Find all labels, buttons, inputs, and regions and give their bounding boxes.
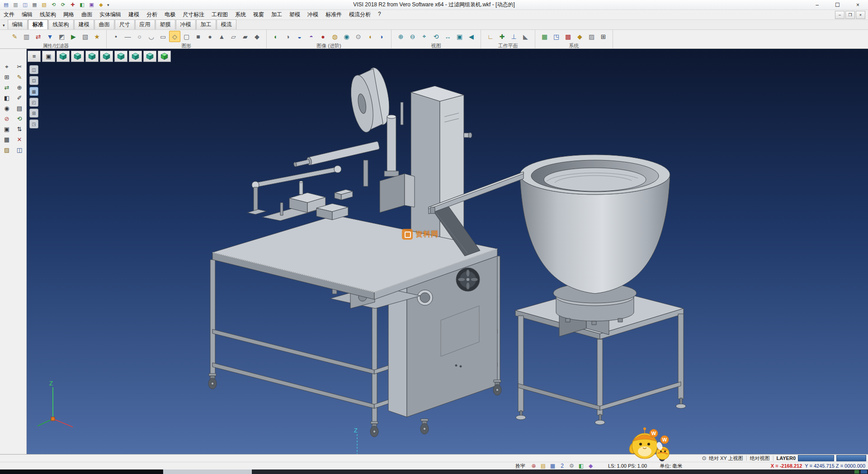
sphere-icon[interactable]: ● — [204, 31, 216, 42]
hatch-icon[interactable]: ▩ — [562, 31, 574, 42]
grid-icon[interactable]: ▣ — [87, 1, 96, 9]
workplane-cube-icon[interactable]: ◧ — [576, 463, 586, 469]
shade-icon[interactable]: ◧ — [78, 1, 86, 9]
hidden-line-icon[interactable]: ◒ — [294, 31, 305, 42]
child-restore-button[interactable]: ❐ — [845, 11, 855, 19]
view-window-icon[interactable]: ▣ — [42, 51, 55, 62]
box-icon[interactable]: ■ — [193, 31, 204, 42]
edit-attributes-icon[interactable]: ✎ — [9, 31, 20, 42]
draft-icon[interactable]: ✐ — [14, 94, 25, 102]
wireframe-view-icon[interactable]: ◑ — [282, 31, 293, 42]
menu-item-9[interactable]: 尺寸标注 — [179, 10, 208, 19]
wcs-toggle-icon[interactable]: ⊞ — [29, 109, 38, 118]
menu-item-7[interactable]: 分析 — [143, 10, 161, 19]
magnifier-icon[interactable]: ⊙ — [699, 455, 709, 462]
capture-icon[interactable]: ◉ — [1, 104, 12, 113]
sketch-icon[interactable]: ✎ — [14, 73, 25, 81]
tab-0[interactable]: 编辑 — [8, 19, 28, 29]
highlight-filter-icon[interactable]: ★ — [91, 31, 103, 42]
cone-icon[interactable]: ▲ — [216, 31, 227, 42]
absolute-view-label[interactable]: 绝对视图 — [750, 455, 770, 462]
render-mode-icon[interactable]: ◆ — [586, 463, 595, 469]
menu-item-14[interactable]: 塑模 — [286, 10, 304, 19]
undo-icon[interactable]: ⟲ — [49, 1, 58, 9]
open-layer-icon[interactable]: ▤ — [538, 463, 548, 469]
solid-view-icon[interactable]: ◧ — [1, 94, 12, 102]
save-view-icon[interactable]: ◫ — [14, 146, 25, 154]
transparent-view-icon[interactable]: ◓ — [306, 31, 317, 42]
hide-icon[interactable]: ⊘ — [1, 114, 12, 123]
snap-settings-icon[interactable]: ◆ — [574, 31, 585, 42]
menu-item-8[interactable]: 电极 — [161, 10, 179, 19]
texture-library-icon[interactable]: ▨ — [586, 31, 597, 42]
filter-icon[interactable]: ▼ — [44, 31, 56, 42]
workplane-3point-icon[interactable]: ◣ — [520, 31, 531, 42]
texture-icon[interactable]: ◍ — [329, 31, 340, 42]
menu-item-18[interactable]: ? — [374, 10, 385, 19]
fit-view-icon[interactable]: ▣ — [454, 31, 465, 42]
tab-9[interactable]: 加工 — [196, 19, 216, 29]
view-mode-label[interactable]: 绝对 XY 上视图 — [709, 455, 743, 462]
tab-8[interactable]: 冲模 — [176, 19, 196, 29]
snap-mode-icon[interactable]: ⊡ — [29, 76, 38, 85]
view-bottom-icon[interactable] — [143, 51, 156, 62]
zoom-out-icon[interactable]: ⊖ — [407, 31, 418, 42]
view-list-icon[interactable]: ≡ — [28, 51, 41, 62]
line-icon[interactable]: — — [122, 31, 133, 42]
viewport-3d[interactable]: ≡▣ ◫⊡▦◰⊞◳ 资料网 Z Z — [27, 49, 868, 454]
grid-icon[interactable]: ▦ — [548, 463, 557, 469]
menu-item-12[interactable]: 视窗 — [250, 10, 268, 19]
zoom-image-icon[interactable]: ⊙ — [353, 31, 364, 42]
tab-6[interactable]: 应用 — [135, 19, 155, 29]
menu-item-4[interactable]: 曲面 — [78, 10, 96, 19]
sheet-icon[interactable]: ▤ — [14, 104, 25, 113]
swap-icon[interactable]: ⇅ — [14, 125, 25, 133]
cylinder-icon[interactable]: ▢ — [181, 31, 192, 42]
menu-item-1[interactable]: 编辑 — [18, 10, 36, 19]
machine-3d-model[interactable] — [27, 49, 868, 454]
pan-view-icon[interactable]: ↔ — [442, 31, 453, 42]
background-icon[interactable]: ◗ — [376, 31, 387, 42]
view-front-icon[interactable] — [85, 51, 99, 62]
active-layer-label[interactable]: LAYER0 — [777, 455, 796, 461]
plane-icon[interactable]: ▣ — [1, 125, 12, 133]
tab-2[interactable]: 线架构 — [48, 19, 74, 29]
previous-view-icon[interactable]: ◀ — [466, 31, 477, 42]
delete-icon[interactable]: ✕ — [14, 135, 25, 144]
save-all-icon[interactable]: ▦ — [30, 1, 39, 9]
move-icon[interactable]: ⇄ — [1, 83, 12, 92]
osnap-toggle-icon[interactable]: ◳ — [29, 119, 38, 128]
add-element-icon[interactable]: ⊕ — [14, 83, 25, 92]
quickaccess-caret-icon[interactable]: ▾ — [105, 3, 111, 7]
copy-attributes-icon[interactable]: ▥ — [21, 31, 32, 42]
taskbar-light-segment[interactable] — [163, 469, 252, 474]
display-settings-icon[interactable]: ◳ — [551, 31, 562, 42]
workplane-xy-icon[interactable]: ∟ — [485, 31, 496, 42]
menu-item-16[interactable]: 标准件 — [322, 10, 345, 19]
color-table-icon[interactable]: ▦ — [539, 31, 550, 42]
snap-settings-icon[interactable]: ⊕ — [529, 463, 538, 469]
redo-icon[interactable]: ⟳ — [59, 1, 67, 9]
menu-item-11[interactable]: 系统 — [231, 10, 250, 19]
menu-item-15[interactable]: 冲模 — [304, 10, 322, 19]
menu-item-10[interactable]: 工程图 — [208, 10, 231, 19]
close-button[interactable]: × — [848, 0, 868, 9]
surface-icon[interactable]: ▰ — [240, 31, 251, 42]
workplane-normal-icon[interactable]: ⊥ — [508, 31, 519, 42]
quick-pick-icon[interactable]: ▶ — [68, 31, 79, 42]
view-axonometric-icon[interactable] — [57, 51, 70, 62]
arc-icon[interactable]: ◡ — [146, 31, 157, 42]
view-top-icon[interactable] — [71, 51, 84, 62]
tab-4[interactable]: 曲面 — [94, 19, 114, 29]
selection-mask-icon[interactable]: ◩ — [56, 31, 67, 42]
rotate-view-icon[interactable]: ⟲ — [430, 31, 442, 42]
layers-icon[interactable]: ▦ — [1, 135, 12, 144]
new-document-icon[interactable]: ▤ — [2, 1, 10, 9]
select-mode-icon[interactable]: ◫ — [29, 65, 38, 74]
view-right-icon[interactable] — [129, 51, 142, 62]
menu-item-13[interactable]: 加工 — [268, 10, 286, 19]
view-left-icon[interactable] — [114, 51, 127, 62]
zoom-in-icon[interactable]: ⊕ — [395, 31, 406, 42]
pixel-grid-icon[interactable]: ⊞ — [598, 31, 609, 42]
shaded-view-icon[interactable]: ◐ — [270, 31, 282, 42]
